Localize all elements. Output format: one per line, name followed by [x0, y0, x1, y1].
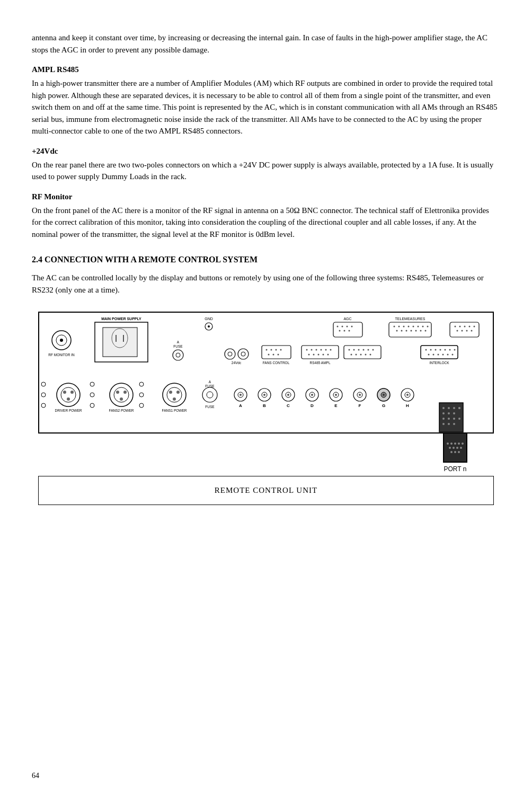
- panel-box: MAIN POWER SUPPLY RF MONITOR IN GND: [38, 312, 494, 434]
- svg-point-75: [313, 354, 315, 356]
- svg-text:F: F: [359, 403, 361, 408]
- svg-point-164: [448, 407, 450, 409]
- svg-point-46: [462, 330, 463, 332]
- svg-point-173: [453, 418, 455, 420]
- rcu-box: REMOTE CONTROL UNIT: [38, 476, 494, 505]
- svg-point-82: [353, 349, 355, 351]
- svg-point-99: [454, 349, 456, 351]
- svg-point-12: [208, 325, 210, 328]
- svg-point-152: [359, 394, 361, 396]
- svg-point-105: [452, 354, 454, 356]
- svg-point-76: [318, 354, 320, 356]
- svg-text:C: C: [287, 403, 290, 408]
- svg-point-74: [308, 354, 310, 356]
- svg-text:G: G: [382, 403, 385, 408]
- svg-point-42: [464, 326, 466, 328]
- svg-point-117: [120, 397, 123, 401]
- svg-point-83: [358, 349, 360, 351]
- svg-point-91: [370, 354, 371, 356]
- svg-point-41: [459, 326, 461, 328]
- svg-point-60: [271, 349, 272, 351]
- svg-point-110: [70, 391, 74, 394]
- section-body: The AC can be controlled locally by the …: [32, 272, 500, 296]
- svg-point-17: [347, 326, 348, 328]
- svg-point-103: [442, 354, 444, 356]
- svg-point-169: [453, 412, 455, 414]
- svg-point-30: [422, 326, 424, 328]
- section-heading: 2.4 CONNECTION WITH A REMOTE CONTROL SYS…: [32, 255, 500, 264]
- rcu-label: REMOTE CONTROL UNIT: [215, 486, 317, 495]
- svg-text:AGC: AGC: [343, 317, 351, 321]
- svg-text:FANS1 POWER: FANS1 POWER: [162, 409, 187, 412]
- svg-point-81: [349, 349, 350, 351]
- svg-point-34: [406, 330, 407, 332]
- svg-point-65: [278, 354, 279, 356]
- ampl-body: In a high-power transmitter there are a …: [32, 77, 500, 137]
- svg-text:RF MONITOR IN: RF MONITOR IN: [48, 353, 75, 357]
- svg-point-44: [474, 326, 475, 328]
- svg-point-68: [306, 349, 308, 351]
- svg-rect-2: [103, 328, 137, 357]
- svg-point-61: [276, 349, 277, 351]
- svg-point-71: [321, 349, 322, 351]
- svg-point-98: [449, 349, 451, 351]
- svg-text:A: A: [177, 340, 180, 344]
- port-connector: [443, 434, 467, 463]
- svg-point-32: [396, 330, 398, 332]
- svg-point-43: [469, 326, 471, 328]
- svg-point-140: [287, 394, 289, 396]
- svg-point-15: [337, 326, 339, 328]
- svg-point-78: [327, 354, 329, 356]
- svg-point-168: [448, 412, 450, 414]
- svg-text:H: H: [406, 403, 409, 408]
- svg-point-47: [466, 330, 468, 332]
- svg-point-28: [413, 326, 414, 328]
- svg-point-144: [311, 394, 313, 396]
- main-power-label: MAIN POWER SUPPLY: [101, 317, 141, 321]
- svg-point-16: [342, 326, 343, 328]
- svg-point-29: [418, 326, 419, 328]
- rfmon-heading: RF Monitor: [32, 192, 500, 201]
- svg-text:FUSE: FUSE: [173, 344, 183, 348]
- svg-point-104: [447, 354, 449, 356]
- volt-heading: +24Vdc: [32, 147, 500, 156]
- svg-point-122: [176, 391, 180, 394]
- svg-point-69: [311, 349, 313, 351]
- svg-point-101: [433, 354, 435, 356]
- svg-text:24Vdc: 24Vdc: [232, 361, 242, 365]
- svg-text:FUSE: FUSE: [205, 405, 215, 409]
- svg-point-18: [351, 326, 353, 328]
- svg-point-165: [453, 407, 455, 409]
- svg-point-73: [330, 349, 332, 351]
- svg-point-123: [173, 397, 176, 401]
- svg-point-45: [457, 330, 458, 332]
- cable-area: PORT n: [38, 434, 494, 476]
- port-label: PORT n: [444, 465, 467, 473]
- svg-point-90: [365, 354, 367, 356]
- svg-point-136: [263, 394, 265, 396]
- svg-text:A: A: [239, 403, 242, 408]
- intro-paragraph: antenna and keep it constant over time, …: [32, 32, 500, 56]
- svg-point-77: [323, 354, 324, 356]
- svg-point-175: [442, 423, 445, 425]
- svg-text:E: E: [334, 403, 338, 408]
- page-number: 64: [32, 772, 39, 780]
- svg-point-35: [411, 330, 412, 332]
- svg-point-63: [268, 354, 270, 356]
- svg-point-111: [67, 397, 70, 401]
- svg-point-31: [427, 326, 429, 328]
- svg-point-37: [420, 330, 422, 332]
- svg-point-93: [425, 349, 427, 351]
- svg-point-163: [442, 407, 445, 409]
- svg-point-26: [403, 326, 405, 328]
- panel-svg: MAIN POWER SUPPLY RF MONITOR IN GND: [39, 313, 494, 434]
- svg-point-148: [335, 394, 337, 396]
- svg-point-170: [458, 407, 460, 409]
- svg-point-121: [169, 391, 172, 394]
- volt-body: On the rear panel there are two two-pole…: [32, 159, 500, 183]
- svg-point-84: [363, 349, 365, 351]
- svg-point-97: [445, 349, 446, 351]
- svg-point-64: [273, 354, 274, 356]
- svg-point-8: [60, 339, 63, 342]
- svg-point-94: [430, 349, 432, 351]
